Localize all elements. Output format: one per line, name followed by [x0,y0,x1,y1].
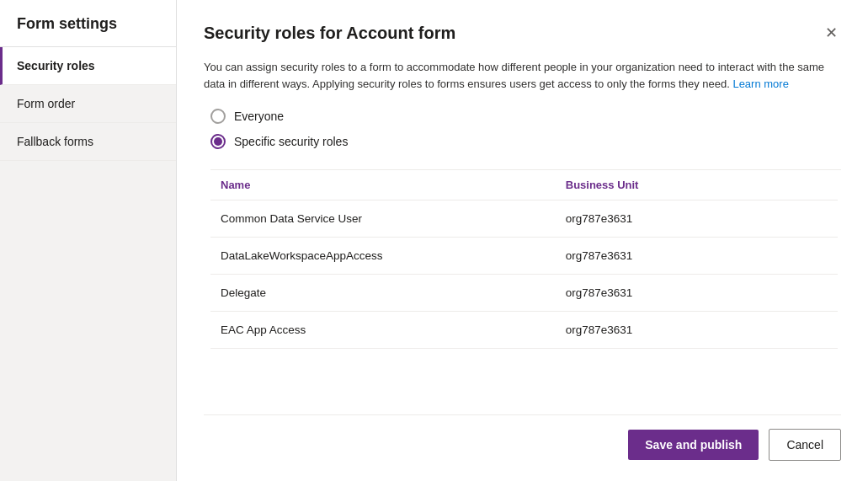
col-header-name: Name [210,170,556,200]
table-header-row: Name Business Unit [210,170,838,200]
learn-more-link[interactable]: Learn more [732,77,788,90]
col-header-business-unit: Business Unit [556,170,838,200]
main-panel: Security roles for Account form ✕ You ca… [177,0,868,481]
cell-name: Common Data Service User [210,200,556,238]
save-publish-button[interactable]: Save and publish [628,430,759,460]
radio-everyone-input[interactable] [210,109,226,124]
sidebar-item-form-order[interactable]: Form order [0,85,176,123]
cell-business-unit: org787e3631 [556,275,838,312]
table-row: Delegate org787e3631 [210,275,838,312]
sidebar: Form settings Security roles Form order … [0,0,177,481]
cancel-button[interactable]: Cancel [769,429,841,461]
sidebar-item-fallback-forms[interactable]: Fallback forms [0,123,176,161]
cell-business-unit: org787e3631 [556,238,838,275]
table-row: EAC App Access org787e3631 [210,312,838,349]
radio-group: Everyone Specific security roles [204,109,841,149]
dialog-header: Security roles for Account form ✕ [204,20,841,45]
radio-everyone[interactable]: Everyone [210,109,841,124]
radio-specific-input[interactable] [210,134,226,149]
roles-table-wrapper[interactable]: Name Business Unit Common Data Service U… [210,169,841,408]
sidebar-item-security-roles[interactable]: Security roles [0,47,176,85]
dialog-title: Security roles for Account form [204,24,455,43]
table-row: DataLakeWorkspaceAppAccess org787e3631 [210,238,838,275]
cell-name: DataLakeWorkspaceAppAccess [210,238,556,275]
description-text: You can assign security roles to a form … [204,59,827,92]
cell-name: EAC App Access [210,312,556,349]
sidebar-title: Form settings [0,0,176,47]
sidebar-nav: Security roles Form order Fallback forms [0,47,176,161]
cell-business-unit: org787e3631 [556,312,838,349]
radio-specific[interactable]: Specific security roles [210,134,841,149]
dialog-footer: Save and publish Cancel [204,414,841,461]
close-button[interactable]: ✕ [822,20,841,45]
cell-name: Delegate [210,275,556,312]
cell-business-unit: org787e3631 [556,200,838,238]
table-body: Common Data Service User org787e3631 Dat… [210,200,838,349]
roles-table: Name Business Unit Common Data Service U… [210,170,838,349]
table-row: Common Data Service User org787e3631 [210,200,838,238]
